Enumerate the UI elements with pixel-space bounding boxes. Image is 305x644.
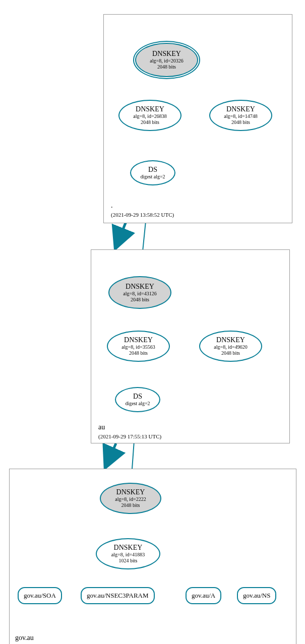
au-ds-title: DS <box>116 393 159 401</box>
root-zsk1-alg: alg=8, id=26838 <box>119 113 180 119</box>
govau-ksk-bits: 2048 bits <box>101 502 160 508</box>
au-zsk2-alg: alg=8, id=49620 <box>200 344 261 350</box>
root-ksk-alg: alg=8, id=20326 <box>136 58 197 64</box>
zone-govau-name: gov.au <box>15 634 34 642</box>
au-zsk1: DNSKEY alg=8, id=35563 2048 bits <box>107 331 170 362</box>
au-zsk1-bits: 2048 bits <box>108 350 169 356</box>
zone-root-ts: (2021-09-29 13:58:52 UTC) <box>111 212 174 218</box>
govau-rr-a: gov.au/A <box>186 587 221 604</box>
root-zsk1-title: DNSKEY <box>119 105 180 113</box>
root-ksk: DNSKEY alg=8, id=20326 2048 bits <box>135 43 198 77</box>
root-zsk1: DNSKEY alg=8, id=26838 2048 bits <box>118 100 181 131</box>
au-ksk-bits: 2048 bits <box>109 297 170 303</box>
au-zsk1-alg: alg=8, id=35563 <box>108 344 169 350</box>
au-ksk-title: DNSKEY <box>109 283 170 291</box>
govau-zsk-alg: alg=8, id=41883 <box>97 552 159 558</box>
au-ksk-alg: alg=8, id=43126 <box>109 291 170 297</box>
au-ksk: DNSKEY alg=8, id=43126 2048 bits <box>108 276 171 309</box>
govau-ksk-alg: alg=8, id=2222 <box>101 496 160 502</box>
govau-ksk-title: DNSKEY <box>101 488 160 496</box>
root-ds-sub: digest alg=2 <box>131 174 174 180</box>
au-zsk2-title: DNSKEY <box>200 336 261 344</box>
au-zsk2: DNSKEY alg=8, id=49620 2048 bits <box>199 331 262 362</box>
govau-rr-ns: gov.au/NS <box>237 587 276 604</box>
govau-rr-nsec3: gov.au/NSEC3PARAM <box>81 587 155 604</box>
govau-rr-soa: gov.au/SOA <box>18 587 62 604</box>
root-ksk-bits: 2048 bits <box>136 64 197 70</box>
zone-root-name: . <box>111 202 113 210</box>
govau-zsk: DNSKEY alg=8, id=41883 1024 bits <box>96 538 160 569</box>
root-ds-title: DS <box>131 166 174 174</box>
govau-zsk-bits: 1024 bits <box>97 558 159 564</box>
root-zsk2: DNSKEY alg=8, id=14748 2048 bits <box>209 100 272 131</box>
root-ds: DS digest alg=2 <box>130 160 175 185</box>
govau-ksk: DNSKEY alg=8, id=2222 2048 bits <box>100 483 161 514</box>
root-zsk2-alg: alg=8, id=14748 <box>210 113 271 119</box>
au-ds-sub: digest alg=2 <box>116 401 159 407</box>
au-zsk1-title: DNSKEY <box>108 336 169 344</box>
root-ksk-title: DNSKEY <box>136 50 197 58</box>
root-zsk1-bits: 2048 bits <box>119 119 180 125</box>
govau-zsk-title: DNSKEY <box>97 544 159 552</box>
root-zsk2-bits: 2048 bits <box>210 119 271 125</box>
zone-au-name: au <box>98 423 105 431</box>
au-zsk2-bits: 2048 bits <box>200 350 261 356</box>
root-zsk2-title: DNSKEY <box>210 105 271 113</box>
zone-au-ts: (2021-09-29 17:55:13 UTC) <box>98 433 161 439</box>
au-ds: DS digest alg=2 <box>115 387 160 412</box>
